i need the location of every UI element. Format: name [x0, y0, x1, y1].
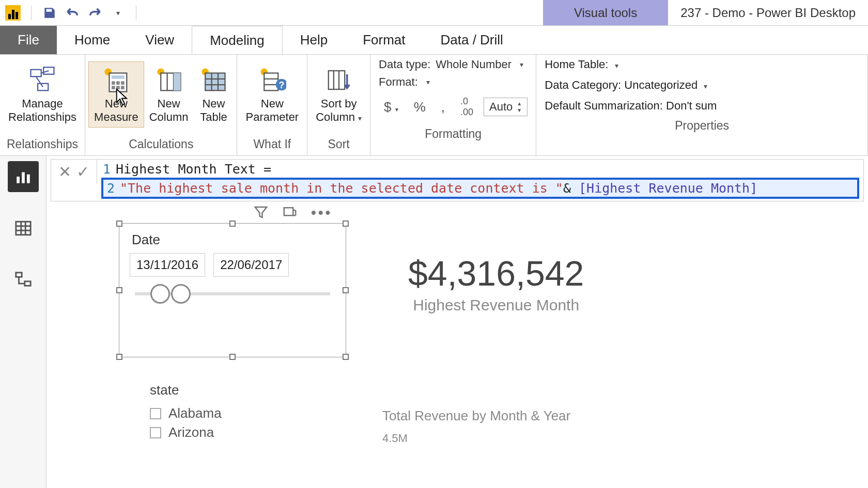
checkbox-icon[interactable]	[150, 427, 161, 438]
redo-icon[interactable]	[87, 5, 103, 21]
view-rail	[0, 156, 47, 488]
focus-mode-icon[interactable]	[282, 204, 298, 224]
qat-customize-icon[interactable]: ▾	[110, 5, 126, 21]
tab-file[interactable]: File	[0, 26, 57, 54]
svg-rect-33	[22, 172, 25, 183]
svg-rect-9	[112, 86, 115, 89]
tab-modeling[interactable]: Modeling	[192, 26, 283, 54]
report-view-button[interactable]	[8, 161, 39, 192]
slider-thumb-start[interactable]	[150, 284, 170, 304]
new-table-icon	[198, 65, 228, 95]
new-measure-button[interactable]: New Measure	[88, 61, 144, 128]
decimal-format-icon[interactable]: .0.00	[455, 93, 478, 121]
visual-tools-contextual-tab: Visual tools	[543, 0, 668, 25]
state-item[interactable]: Alabama	[150, 405, 222, 421]
group-label-relationships: Relationships	[0, 134, 85, 155]
formula-line-1[interactable]: Highest Month Text =	[116, 162, 859, 177]
svg-rect-8	[121, 81, 125, 85]
card-label: Highest Revenue Month	[408, 296, 584, 314]
svg-rect-24	[264, 73, 278, 90]
resize-handle[interactable]	[343, 287, 349, 293]
formula-cancel-icon[interactable]: ✕	[58, 163, 71, 181]
resize-handle[interactable]	[116, 354, 122, 360]
svg-rect-10	[116, 86, 120, 89]
svg-rect-41	[24, 281, 30, 286]
svg-rect-29	[328, 71, 345, 89]
svg-rect-42	[284, 208, 293, 215]
formula-line-2[interactable]: "The highest sale month in the selected …	[120, 181, 855, 196]
svg-rect-18	[206, 73, 225, 90]
home-table-dropdown[interactable]: Home Table: ▾	[545, 58, 859, 71]
default-summarization-dropdown[interactable]: Default Summarization: Don't sum	[545, 99, 859, 113]
state-slicer-visual[interactable]: state Alabama Arizona	[150, 382, 222, 444]
new-table-button[interactable]: New Table	[193, 62, 234, 128]
resize-handle[interactable]	[116, 287, 122, 293]
resize-handle[interactable]	[343, 354, 349, 360]
svg-rect-0	[31, 69, 41, 76]
slider-thumb-end[interactable]	[171, 284, 191, 304]
chart-y-axis-tick: 4.5M	[382, 432, 408, 445]
resize-handle[interactable]	[116, 221, 122, 227]
svg-rect-40	[16, 273, 21, 277]
tab-view[interactable]: View	[128, 26, 192, 54]
decimal-places-stepper[interactable]: Auto ▲▼	[484, 98, 528, 116]
tab-help[interactable]: Help	[283, 26, 345, 54]
more-options-icon[interactable]: •••	[311, 204, 332, 224]
window-title: 237 - Demo - Power BI Desktop	[668, 6, 868, 20]
group-label-formatting: Formatting	[370, 124, 536, 145]
tab-home[interactable]: Home	[57, 26, 128, 54]
resize-handle[interactable]	[343, 221, 349, 227]
percent-format-button[interactable]: %	[409, 96, 431, 118]
date-start-input[interactable]: 13/11/2016	[130, 253, 205, 277]
new-parameter-button[interactable]: ? New Parameter	[240, 62, 304, 128]
slicer-title: Date	[119, 224, 346, 253]
svg-rect-16	[174, 73, 181, 90]
resize-handle[interactable]	[229, 221, 236, 227]
new-measure-icon	[101, 65, 131, 95]
data-type-dropdown[interactable]: Data type: Whole Number ▾	[379, 58, 528, 71]
new-parameter-icon: ?	[257, 65, 287, 95]
svg-rect-32	[17, 177, 20, 183]
svg-rect-6	[112, 81, 115, 85]
date-end-input[interactable]: 22/06/2017	[213, 253, 289, 277]
group-label-sort: Sort	[307, 134, 370, 155]
format-dropdown[interactable]: Format: ▾	[379, 75, 528, 89]
card-visual[interactable]: $4,316,542 Highest Revenue Month	[408, 253, 584, 314]
relationships-icon	[27, 65, 57, 95]
state-slicer-title: state	[150, 382, 222, 398]
svg-rect-34	[27, 175, 30, 183]
tab-format[interactable]: Format	[345, 26, 423, 54]
save-icon[interactable]	[42, 5, 57, 21]
data-category-dropdown[interactable]: Data Category: Uncategorized ▾	[545, 78, 859, 92]
svg-rect-5	[112, 75, 125, 79]
chart-title: Total Revenue by Month & Year	[382, 408, 570, 424]
svg-rect-7	[116, 81, 120, 85]
date-slider[interactable]	[135, 292, 330, 295]
resize-handle[interactable]	[229, 354, 236, 360]
svg-rect-35	[16, 222, 30, 235]
undo-icon[interactable]	[65, 5, 80, 21]
group-label-properties: Properties	[536, 116, 867, 137]
formula-bar[interactable]: ✕ ✓ 1 Highest Month Text = 2 "The highes…	[51, 159, 864, 201]
sort-icon	[324, 65, 354, 95]
date-slicer-visual[interactable]: Date 13/11/2016 22/06/2017	[119, 223, 346, 357]
group-label-calculations: Calculations	[85, 134, 237, 155]
currency-format-button[interactable]: $ ▾	[379, 96, 404, 118]
line-number: 1	[101, 162, 116, 177]
formula-commit-icon[interactable]: ✓	[76, 163, 89, 181]
checkbox-icon[interactable]	[150, 408, 161, 419]
tab-data-drill[interactable]: Data / Drill	[423, 26, 521, 54]
sort-by-column-button[interactable]: Sort by Column▾	[311, 62, 367, 128]
state-item[interactable]: Arizona	[150, 424, 222, 440]
new-column-button[interactable]: New Column	[144, 62, 194, 128]
manage-relationships-button[interactable]: Manage Relationships	[3, 62, 82, 128]
card-value: $4,316,542	[408, 253, 584, 293]
comma-format-button[interactable]: ,	[436, 96, 450, 118]
ribbon-tabs: File Home View Modeling Help Format Data…	[0, 26, 868, 55]
filter-icon[interactable]	[253, 204, 269, 224]
new-column-icon	[154, 65, 184, 95]
powerbi-logo-icon	[5, 5, 21, 21]
data-view-button[interactable]	[8, 213, 39, 244]
svg-text:?: ?	[278, 80, 284, 90]
model-view-button[interactable]	[8, 264, 39, 295]
